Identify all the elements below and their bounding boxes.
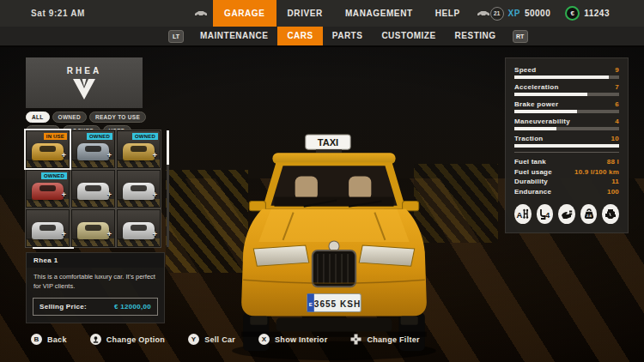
stat-value: 4 (615, 118, 619, 125)
tab-cars[interactable]: CARS (277, 27, 322, 45)
hint-change-filter[interactable]: Change Filter (350, 334, 419, 345)
stat-bar-fill (514, 93, 587, 96)
car-thumb-window (131, 185, 147, 191)
brand-card: RHEA (26, 57, 143, 108)
car-thumb-window (39, 225, 56, 231)
detail-row-endurance: Endurance 100 (514, 187, 619, 197)
taxi-roof-sign: TAXI (306, 135, 350, 153)
headlight-right (359, 245, 414, 266)
menu-item-help[interactable]: HELP (424, 0, 471, 27)
detail-value: 88 l (607, 157, 619, 167)
game-screen: TAXI (0, 0, 644, 362)
zoom-plus-icon: + (153, 151, 157, 160)
resources-cluster: 21 XP 50000 € 11243 (490, 0, 610, 27)
hint-label: Change Option (106, 335, 165, 344)
stat-bar-fill (514, 127, 556, 130)
car-thumbnail-grid: IN USE + OWNED + OWNED + OWNED + + + + +… (26, 130, 162, 247)
hint-back[interactable]: BBack (31, 334, 67, 345)
scrollbar-thumb[interactable] (167, 130, 169, 165)
car-thumbnail-4[interactable]: OWNED + (26, 170, 70, 208)
hint-change-option[interactable]: Change Option (90, 334, 165, 345)
filter-all[interactable]: ALL (26, 112, 50, 123)
detail-row-fuel-tank: Fuel tank 88 l (514, 157, 619, 167)
car-thumb-image (32, 143, 64, 160)
car-thumb-image (123, 222, 155, 239)
stat-bar-track (514, 93, 619, 96)
car-thumb-window (39, 185, 56, 191)
car-status-badge: IN USE (44, 133, 67, 140)
car-thumb-window (85, 225, 101, 231)
stat-details: Fuel tank 88 l Fuel usage 10.9 l/100 km … (514, 157, 619, 196)
stat-bar-fill (514, 75, 609, 79)
svg-text:3655 KSH: 3655 KSH (314, 299, 361, 309)
hint-label: Change Filter (367, 335, 419, 344)
car-status-badge: OWNED (87, 133, 112, 140)
car-thumb-image (32, 183, 64, 200)
stat-value: 7 (615, 83, 619, 91)
svg-text:A: A (517, 210, 523, 220)
car-status-badge: OWNED (132, 133, 158, 140)
rb-prompt-icon (477, 9, 490, 17)
tab-parts[interactable]: PARTS (323, 27, 373, 45)
hint-label: Show Interior (275, 335, 327, 344)
car-thumbnail-5[interactable]: + (71, 170, 115, 208)
car-thumb-image (32, 222, 64, 239)
filter-owned[interactable]: OWNED (52, 112, 87, 123)
hand-cash-icon (558, 204, 575, 224)
stat-value: 10 (611, 135, 620, 142)
level-badge: 21 (490, 7, 504, 21)
car-thumbnail-9[interactable]: + (117, 209, 161, 247)
stat-value: 9 (615, 66, 619, 74)
car-thumbnail-8[interactable]: + (71, 209, 115, 247)
car-thumbnail-7[interactable]: + (26, 209, 70, 247)
car-thumb-window (85, 146, 101, 152)
menu-item-garage[interactable]: GARAGE (213, 0, 276, 27)
car-thumbnail-3[interactable]: OWNED + (117, 130, 161, 168)
stat-label: Speed (514, 66, 537, 74)
grille (313, 250, 355, 287)
detail-label: Durability (514, 177, 548, 187)
currency-value: 11243 (584, 9, 610, 18)
filter-ready-to-use[interactable]: READY TO USE (89, 112, 146, 123)
car-thumb-window (131, 225, 147, 231)
currency-coin-icon: € (565, 6, 580, 21)
svg-text:TAXI: TAXI (318, 137, 338, 148)
car-thumb-window (131, 146, 147, 152)
zoom-plus-icon: + (107, 151, 112, 160)
zoom-plus-icon: + (62, 151, 66, 160)
feature-icons-row: A 4 2.6 (514, 204, 619, 224)
selling-price-box: Selling Price: € 12000,00 (33, 298, 158, 316)
zoom-plus-icon: + (62, 230, 66, 238)
gamepad-x-button-icon: X (258, 334, 270, 345)
car-list-scrollbar[interactable] (167, 130, 169, 247)
tab-maintenance[interactable]: MAINTENANCE (191, 27, 277, 45)
car-thumb-image (123, 143, 155, 160)
stat-row-speed: Speed9 (514, 66, 619, 79)
car-thumbnail-6[interactable]: + (117, 170, 161, 208)
menu-item-driver[interactable]: DRIVER (276, 0, 334, 27)
zoom-plus-icon: + (153, 190, 157, 199)
stat-label: Brake power (514, 100, 558, 108)
hint-sell-car[interactable]: YSell Car (188, 334, 235, 345)
stat-row-acceleration: Acceleration7 (514, 83, 619, 96)
hint-label: Back (47, 335, 67, 344)
tab-customize[interactable]: CUSTOMIZE (372, 27, 445, 45)
detail-row-durability: Durability 11 (514, 177, 619, 187)
hint-show-interior[interactable]: XShow Interior (258, 334, 327, 345)
hint-label: Sell Car (204, 335, 235, 344)
car-thumbnail-1[interactable]: IN USE + (26, 130, 70, 168)
stat-bar-track (514, 144, 619, 148)
brand-name: RHEA (67, 66, 101, 75)
list-divider (33, 247, 74, 249)
rt-button-icon: RT (513, 30, 528, 43)
car-thumbnail-2[interactable]: OWNED + (71, 130, 115, 168)
tab-resting[interactable]: RESTING (446, 27, 506, 45)
car-thumb-window (39, 146, 56, 152)
license-plate: E 3655 KSH (307, 293, 361, 311)
xp-value: 50000 (525, 9, 550, 18)
stat-bar-track (514, 110, 619, 113)
stat-bars: Speed9 Acceleration7 Brake power6 Maneuv… (514, 66, 619, 148)
selling-price-value: € 12000,00 (114, 303, 151, 311)
detail-label: Fuel usage (514, 167, 552, 178)
menu-item-management[interactable]: MANAGEMENT (334, 0, 424, 27)
